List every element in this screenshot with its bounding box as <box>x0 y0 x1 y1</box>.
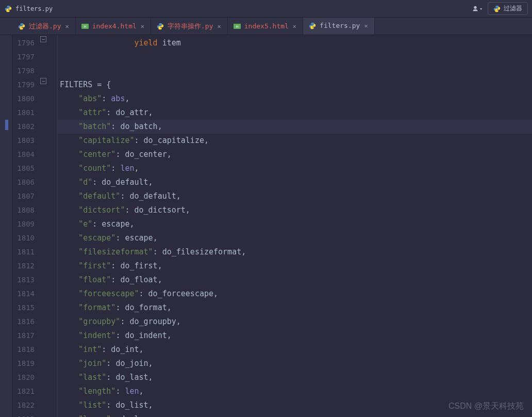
code-editor[interactable]: yield itemFILTERS = { "abs": abs, "attr"… <box>58 35 532 417</box>
line-number[interactable]: 1813 <box>12 273 40 287</box>
code-line[interactable]: "abs": abs, <box>58 92 532 106</box>
code-line[interactable]: "dictsort": do_dictsort, <box>58 203 532 217</box>
html-file-icon: H <box>81 22 89 30</box>
svg-text:H: H <box>236 25 238 28</box>
code-line[interactable]: "count": len, <box>58 162 532 175</box>
line-number[interactable]: 1821 <box>12 384 40 398</box>
line-number[interactable]: 1823 <box>12 412 40 417</box>
titlebar-filename: filters.py <box>15 5 53 12</box>
close-icon[interactable]: ✕ <box>217 23 222 30</box>
code-line[interactable]: "escape": escape, <box>58 231 532 245</box>
line-number[interactable]: 1805 <box>12 162 40 175</box>
code-line[interactable]: "length": len, <box>58 384 532 398</box>
line-number[interactable]: 1800 <box>12 92 40 106</box>
line-number[interactable]: 1811 <box>12 245 40 259</box>
line-number[interactable]: 1822 <box>12 398 40 412</box>
line-number[interactable]: 1799 <box>12 78 40 92</box>
code-line[interactable]: "format": do_format, <box>58 301 532 315</box>
fold-toggle-icon[interactable]: − <box>40 36 46 42</box>
run-config-button[interactable]: 过滤器 <box>488 2 528 15</box>
tab-filters-py[interactable]: filters.py✕ <box>303 18 375 35</box>
code-line[interactable] <box>58 50 532 64</box>
line-number[interactable]: 1802 <box>12 120 40 134</box>
code-line[interactable]: "center": do_center, <box>58 148 532 162</box>
tab-index5-html[interactable]: Hindex5.html✕ <box>228 18 303 35</box>
left-gutter-strip <box>0 35 12 417</box>
line-number[interactable]: 1820 <box>12 371 40 384</box>
code-line[interactable]: "float": do_float, <box>58 273 532 287</box>
line-number[interactable]: 1796 <box>12 36 40 50</box>
code-line[interactable]: "batch": do_batch, <box>58 120 532 134</box>
code-line[interactable]: "groupby": do_groupby, <box>58 315 532 329</box>
line-number[interactable]: 1810 <box>12 231 40 245</box>
line-number[interactable]: 1817 <box>12 329 40 343</box>
line-number[interactable]: 1804 <box>12 148 40 162</box>
python-file-icon <box>308 22 317 30</box>
tab-label: 字符串操作.py <box>168 22 213 31</box>
tab-字符串操作-py[interactable]: 字符串操作.py✕ <box>151 18 228 35</box>
tab-label: filters.py <box>320 22 360 29</box>
line-number-gutter: 1796179717981799180018011802180318041805… <box>12 35 40 417</box>
code-line[interactable]: "default": do_default, <box>58 189 532 203</box>
python-file-icon <box>18 22 26 30</box>
html-file-icon: H <box>233 22 241 30</box>
line-number[interactable]: 1815 <box>12 301 40 315</box>
line-number[interactable]: 1798 <box>12 64 40 78</box>
bookmark-marker[interactable] <box>5 120 8 130</box>
close-icon[interactable]: ✕ <box>363 22 369 29</box>
line-number[interactable]: 1812 <box>12 259 40 273</box>
code-line[interactable]: "capitalize": do_capitalize, <box>58 134 532 148</box>
tab-过滤器-py[interactable]: 过滤器.py✕ <box>12 18 76 35</box>
code-line[interactable]: "first": do_first, <box>58 259 532 273</box>
editor-tabs: 过滤器.py✕Hindex4.html✕字符串操作.py✕Hindex5.htm… <box>0 18 532 35</box>
close-icon[interactable]: ✕ <box>140 23 145 30</box>
code-line[interactable]: "lower": do_lower, <box>58 412 532 417</box>
code-line[interactable]: "forceescape": do_forceescape, <box>58 287 532 301</box>
tab-label: 过滤器.py <box>29 22 61 31</box>
line-number[interactable]: 1809 <box>12 217 40 231</box>
python-file-icon <box>493 5 501 12</box>
code-line[interactable]: yield item <box>58 36 532 50</box>
code-line[interactable] <box>58 64 532 78</box>
line-number[interactable]: 1797 <box>12 50 40 64</box>
fold-toggle-icon[interactable]: − <box>40 78 46 84</box>
line-number[interactable]: 1814 <box>12 287 40 301</box>
line-number[interactable]: 1801 <box>12 106 40 120</box>
python-file-icon <box>4 5 12 13</box>
line-number[interactable]: 1808 <box>12 203 40 217</box>
code-line[interactable]: "e": escape, <box>58 217 532 231</box>
code-line[interactable]: "last": do_last, <box>58 371 532 384</box>
line-number[interactable]: 1818 <box>12 343 40 357</box>
close-icon[interactable]: ✕ <box>64 23 70 30</box>
run-config-label: 过滤器 <box>504 4 522 13</box>
tab-index4-html[interactable]: Hindex4.html✕ <box>76 18 151 35</box>
code-line[interactable]: "int": do_int, <box>58 343 532 357</box>
code-line[interactable]: "d": do_default, <box>58 175 532 189</box>
close-icon[interactable]: ✕ <box>292 23 297 30</box>
fold-gutter: −− <box>40 35 58 417</box>
code-line[interactable]: FILTERS = { <box>58 78 532 92</box>
user-menu-icon[interactable]: ▾ <box>472 5 483 12</box>
code-line[interactable]: "join": do_join, <box>58 357 532 371</box>
code-line[interactable]: "list": do_list, <box>58 398 532 412</box>
code-line[interactable]: "indent": do_indent, <box>58 329 532 343</box>
line-number[interactable]: 1807 <box>12 189 40 203</box>
code-line[interactable]: "attr": do_attr, <box>58 106 532 120</box>
titlebar: filters.py ▾ 过滤器 <box>0 0 532 18</box>
python-file-icon <box>156 22 164 30</box>
tab-label: index4.html <box>92 22 137 30</box>
line-number[interactable]: 1816 <box>12 315 40 329</box>
svg-text:H: H <box>84 25 86 28</box>
line-number[interactable]: 1819 <box>12 357 40 371</box>
editor-area: 1796179717981799180018011802180318041805… <box>0 35 532 417</box>
code-line[interactable]: "filesizeformat": do_filesizeformat, <box>58 245 532 259</box>
line-number[interactable]: 1803 <box>12 134 40 148</box>
line-number[interactable]: 1806 <box>12 175 40 189</box>
tab-label: index5.html <box>244 22 289 30</box>
